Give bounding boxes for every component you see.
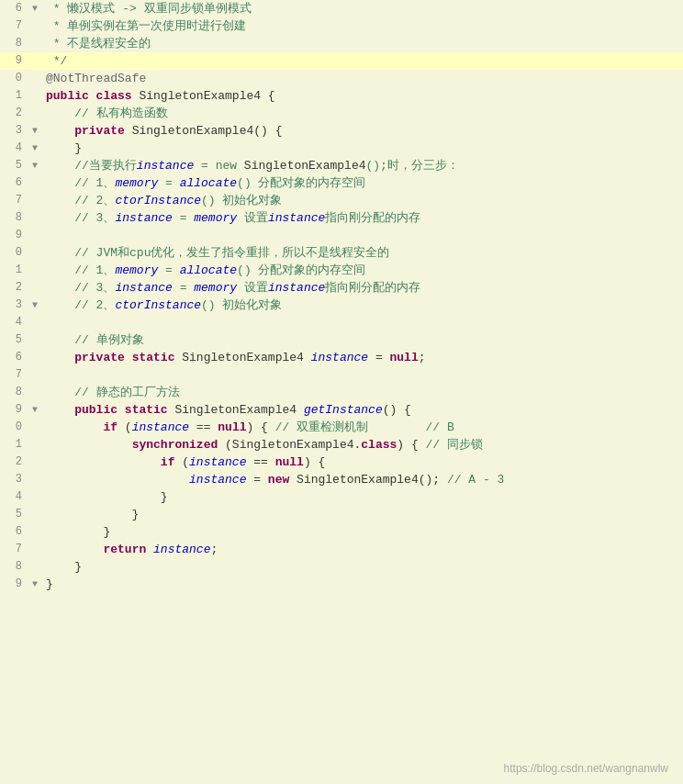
code-content: // 1、memory = allocate() 分配对象的内存空间 — [42, 174, 683, 192]
code-line: 9 */ — [0, 52, 683, 70]
code-content: } — [42, 576, 683, 593]
line-number: 1 — [0, 262, 28, 279]
code-content: // 2、ctorInstance() 初始化对象 — [42, 192, 683, 209]
code-content: if (instance == null) { — [42, 454, 683, 471]
line-number: 6 — [0, 174, 28, 192]
code-content: */ — [42, 52, 683, 70]
code-line: 4 — [0, 314, 683, 331]
code-line: 5 // 单例对象 — [0, 331, 683, 349]
line-number: 5 — [0, 331, 28, 349]
code-line: 2 // 3、instance = memory 设置instance指向刚分配… — [0, 279, 683, 297]
fold-indicator[interactable]: ▼ — [28, 297, 42, 314]
code-content: @NotThreadSafe — [42, 70, 683, 87]
code-line: 1public class SingletonExample4 { — [0, 87, 683, 105]
code-line: 0 if (instance == null) { // 双重检测机制 // B — [0, 419, 683, 436]
line-number: 7 — [0, 366, 28, 384]
code-line: 3 instance = new SingletonExample4(); //… — [0, 471, 683, 488]
code-line: 0@NotThreadSafe — [0, 70, 683, 87]
line-number: 6 — [0, 0, 28, 17]
code-content: * 单例实例在第一次使用时进行创建 — [42, 17, 683, 35]
line-number: 7 — [0, 541, 28, 558]
code-content: // 1、memory = allocate() 分配对象的内存空间 — [42, 262, 683, 279]
line-number: 5 — [0, 506, 28, 523]
fold-indicator[interactable]: ▼ — [28, 122, 42, 140]
code-content: return instance; — [42, 541, 683, 558]
code-content: synchronized (SingletonExample4.class) {… — [42, 436, 683, 454]
line-number: 9 — [0, 401, 28, 419]
code-line: 2 if (instance == null) { — [0, 454, 683, 471]
code-content: public class SingletonExample4 { — [42, 87, 683, 105]
code-line: 0 // JVM和cpu优化，发生了指令重排，所以不是线程安全的 — [0, 244, 683, 262]
line-number: 9 — [0, 52, 28, 70]
line-number: 1 — [0, 87, 28, 105]
line-number: 0 — [0, 244, 28, 262]
line-number: 0 — [0, 419, 28, 436]
code-content: private static SingletonExample4 instanc… — [42, 349, 683, 366]
code-line: 5▼ //当要执行instance = new SingletonExample… — [0, 157, 683, 174]
line-number: 4 — [0, 140, 28, 157]
code-line: 8 * 不是线程安全的 — [0, 35, 683, 52]
line-number: 5 — [0, 157, 28, 174]
fold-indicator[interactable]: ▼ — [28, 140, 42, 157]
code-line: 6▼ * 懒汉模式 -> 双重同步锁单例模式 — [0, 0, 683, 17]
code-content: public static SingletonExample4 getInsta… — [42, 401, 683, 419]
code-line: 6 // 1、memory = allocate() 分配对象的内存空间 — [0, 174, 683, 192]
code-line: 6 } — [0, 523, 683, 541]
line-number: 3 — [0, 471, 28, 488]
fold-indicator[interactable]: ▼ — [28, 157, 42, 174]
code-content: } — [42, 523, 683, 541]
code-content: private SingletonExample4() { — [42, 122, 683, 140]
code-line: 7 return instance; — [0, 541, 683, 558]
line-number: 2 — [0, 454, 28, 471]
code-content: } — [42, 558, 683, 576]
line-number: 4 — [0, 488, 28, 506]
code-line: 7 — [0, 366, 683, 384]
line-number: 7 — [0, 17, 28, 35]
watermark: https://blog.csdn.net/wangnanwlw — [504, 762, 668, 775]
code-line: 3▼ private SingletonExample4() { — [0, 122, 683, 140]
code-line: 8 // 静态的工厂方法 — [0, 384, 683, 401]
code-content: if (instance == null) { // 双重检测机制 // B — [42, 419, 683, 436]
code-line: 5 } — [0, 506, 683, 523]
line-number: 2 — [0, 105, 28, 122]
code-content: * 懒汉模式 -> 双重同步锁单例模式 — [42, 0, 683, 17]
code-content: } — [42, 140, 683, 157]
code-line: 4 } — [0, 488, 683, 506]
fold-indicator[interactable]: ▼ — [28, 401, 42, 419]
code-content: // 静态的工厂方法 — [42, 384, 683, 401]
code-content: // 3、instance = memory 设置instance指向刚分配的内… — [42, 279, 683, 297]
code-line: 9 — [0, 227, 683, 244]
line-number: 3 — [0, 297, 28, 314]
code-line: 1 synchronized (SingletonExample4.class)… — [0, 436, 683, 454]
code-line: 4▼ } — [0, 140, 683, 157]
line-number: 4 — [0, 314, 28, 331]
code-content: * 不是线程安全的 — [42, 35, 683, 52]
code-line: 7 // 2、ctorInstance() 初始化对象 — [0, 192, 683, 209]
line-number: 7 — [0, 192, 28, 209]
code-line: 8 } — [0, 558, 683, 576]
code-line: 1 // 1、memory = allocate() 分配对象的内存空间 — [0, 262, 683, 279]
line-number: 8 — [0, 35, 28, 52]
code-content: // 2、ctorInstance() 初始化对象 — [42, 297, 683, 314]
code-line: 8 // 3、instance = memory 设置instance指向刚分配… — [0, 209, 683, 227]
code-line: 9▼ public static SingletonExample4 getIn… — [0, 401, 683, 419]
code-content: instance = new SingletonExample4(); // A… — [42, 471, 683, 488]
line-number: 6 — [0, 349, 28, 366]
fold-indicator[interactable]: ▼ — [28, 576, 42, 593]
code-content: // 私有构造函数 — [42, 105, 683, 122]
line-number: 9 — [0, 227, 28, 244]
code-line: 7 * 单例实例在第一次使用时进行创建 — [0, 17, 683, 35]
line-number: 1 — [0, 436, 28, 454]
fold-indicator[interactable]: ▼ — [28, 0, 42, 17]
line-number: 2 — [0, 279, 28, 297]
code-content: // JVM和cpu优化，发生了指令重排，所以不是线程安全的 — [42, 244, 683, 262]
code-content: // 3、instance = memory 设置instance指向刚分配的内… — [42, 209, 683, 227]
code-line: 3▼ // 2、ctorInstance() 初始化对象 — [0, 297, 683, 314]
code-content: } — [42, 488, 683, 506]
code-line: 6 private static SingletonExample4 insta… — [0, 349, 683, 366]
code-content: // 单例对象 — [42, 331, 683, 349]
code-content: //当要执行instance = new SingletonExample4()… — [42, 157, 683, 174]
code-line: 2 // 私有构造函数 — [0, 105, 683, 122]
line-number: 8 — [0, 558, 28, 576]
line-number: 9 — [0, 576, 28, 593]
